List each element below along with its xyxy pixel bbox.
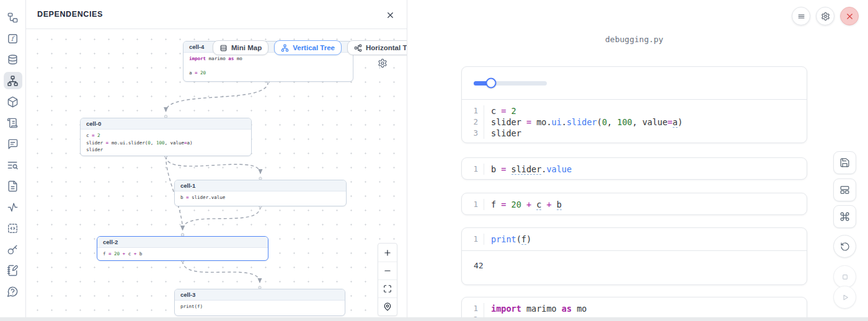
cell-output-slider (462, 67, 807, 100)
vertical-tree-view-button[interactable]: Vertical Tree (274, 40, 342, 55)
code-line[interactable]: 1c = 2 (462, 105, 807, 117)
packages-icon (7, 96, 19, 108)
notebook-cell: 1print(f) 42 (461, 227, 807, 285)
graph-node-cell-0[interactable]: cell-0c = 2slider = mo.ui.slider(0, 100,… (80, 118, 252, 156)
horizontal-tree-view-button[interactable]: Horizontal Tree (347, 40, 407, 55)
notebook-cell: 1b = slider.value (461, 157, 807, 180)
notebook-cell: 1f = 20 + c + b (461, 193, 807, 215)
notebook-menu-button[interactable] (792, 7, 810, 25)
graph-node-cell-1[interactable]: cell-1b = slider.value (174, 180, 347, 206)
dependency-edge (166, 156, 261, 174)
dependency-edge (183, 261, 260, 283)
line-number: 1 (462, 234, 484, 245)
code-line[interactable]: 1f = 20 + c + b (462, 199, 807, 210)
minus-icon (383, 266, 392, 275)
map-pin-icon (383, 302, 392, 311)
graph-node-code: import marimo as moa = 20 (184, 53, 353, 79)
cell-console-output: 42 (462, 250, 807, 285)
sidebar-item-documentation[interactable] (4, 177, 22, 195)
sidebar-item-chat[interactable] (4, 135, 22, 152)
sidebar-item-scratchpad[interactable] (4, 262, 22, 279)
documentation-icon (7, 180, 19, 192)
line-number: 1 (462, 199, 484, 210)
data-sources-icon (7, 54, 19, 66)
sidebar-item-variables[interactable] (4, 30, 22, 47)
reset-position-button[interactable] (378, 297, 397, 315)
bottom-scrollbar-track[interactable] (0, 317, 868, 321)
code-editor[interactable]: 1c = 22slider = mo.ui.slider(0, 100, val… (462, 100, 807, 143)
graph-node-code: print(f) (175, 301, 345, 313)
graph-node-cell-2[interactable]: cell-2f = 20 + c + b (97, 236, 268, 261)
slider-knob[interactable] (486, 78, 497, 89)
close-icon (386, 11, 395, 20)
graph-node-title: cell-2 (97, 237, 268, 248)
layout-select-button[interactable] (833, 178, 856, 201)
zoom-out-button[interactable] (378, 262, 397, 279)
code-editor[interactable]: 1print(f) (462, 228, 807, 250)
minimap-view-button[interactable]: Mini Map (213, 40, 268, 55)
code-line[interactable]: 1print(f) (462, 234, 807, 245)
code-line[interactable]: 2slider = mo.ui.slider(0, 100, value=a) (462, 117, 807, 128)
scratchpad-icon (7, 265, 19, 276)
code-editor[interactable]: 1f = 20 + c + b (462, 193, 807, 215)
sidebar-item-file-tree[interactable] (4, 9, 22, 26)
notebook-filename[interactable]: debugging.py (461, 35, 807, 44)
line-number: 2 (462, 117, 484, 128)
sidebar-item-data-sources[interactable] (4, 51, 22, 68)
graph-zoom-controls (378, 243, 397, 316)
play-icon (840, 292, 850, 302)
graph-node-cell-3[interactable]: cell-3print(f) (174, 289, 345, 316)
code-line[interactable]: 1import marimo as mo (462, 303, 807, 314)
sidebar-item-dependencies[interactable] (4, 72, 22, 89)
chat-icon (7, 138, 19, 150)
gear-icon (378, 58, 388, 68)
graph-node-title: cell-3 (175, 289, 345, 301)
horizontal-tree-icon (354, 44, 362, 52)
settings-button[interactable] (816, 7, 835, 25)
sidebar-item-packages[interactable] (4, 93, 22, 110)
stop-icon (840, 272, 850, 282)
line-number: 1 (462, 105, 484, 117)
graph-settings-button[interactable] (378, 58, 389, 69)
slider[interactable] (474, 81, 547, 86)
logs-search-icon (7, 159, 19, 171)
helper-panel-rail (0, 0, 26, 321)
sidebar-item-logs[interactable] (4, 156, 22, 174)
fit-view-button[interactable] (378, 279, 397, 297)
plus-icon (383, 248, 392, 257)
graph-view-switcher: Mini Map Vertical Tree Horizontal Tree (213, 40, 407, 55)
graph-node-title: cell-1 (175, 180, 346, 191)
function-icon (7, 33, 19, 45)
code-line[interactable]: 3slider (462, 128, 807, 139)
dependency-graph-icon (7, 75, 19, 87)
layout-icon (839, 185, 850, 195)
dependency-edge (166, 82, 268, 112)
sidebar-item-tracing[interactable] (4, 198, 22, 216)
vertical-tree-icon (281, 44, 289, 52)
outline-icon (7, 117, 19, 129)
code-line[interactable]: 1b = slider.value (462, 164, 807, 175)
save-icon (839, 157, 850, 168)
interrupt-button[interactable] (833, 265, 856, 288)
view-button-label: Vertical Tree (293, 44, 335, 51)
sidebar-item-secrets[interactable] (4, 240, 22, 258)
sidebar-item-outline[interactable] (4, 114, 22, 131)
view-button-label: Horizontal Tree (366, 44, 407, 51)
sidebar-item-help[interactable] (4, 283, 22, 300)
close-panel-button[interactable] (383, 8, 397, 22)
zoom-in-button[interactable] (378, 244, 397, 262)
run-button[interactable] (833, 286, 856, 309)
sidebar-item-snippets[interactable] (4, 219, 22, 237)
fullscreen-icon (383, 284, 392, 293)
shutdown-button[interactable] (840, 7, 859, 25)
dependency-graph-canvas[interactable]: cell-4import marimo as moa = 20cell-0c =… (26, 29, 407, 321)
command-icon (839, 211, 850, 222)
save-button[interactable] (833, 151, 856, 174)
keyboard-shortcuts-button[interactable] (833, 205, 856, 228)
code-editor[interactable]: 1b = slider.value (462, 158, 807, 180)
undo-button[interactable] (833, 235, 856, 258)
secrets-icon (7, 244, 19, 255)
graph-node-code: f = 20 + c + b (97, 248, 268, 260)
view-button-label: Mini Map (231, 44, 262, 51)
minimap-icon (219, 44, 228, 52)
